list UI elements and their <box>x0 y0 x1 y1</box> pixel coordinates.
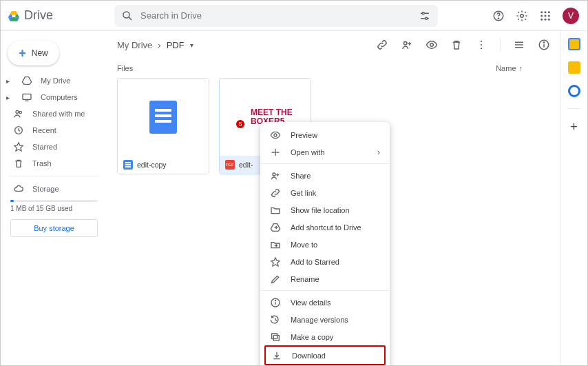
chevron-right-icon: ▸ <box>6 77 13 85</box>
new-button[interactable]: + New <box>8 41 59 65</box>
search-input[interactable] <box>140 10 412 21</box>
ctx-item-label: Manage versions <box>291 316 348 324</box>
svg-point-33 <box>481 41 482 42</box>
ctx-divider <box>260 290 390 291</box>
ctx-open-with[interactable]: Open with <box>260 143 390 161</box>
tasks-icon[interactable] <box>568 85 580 97</box>
sidebar-item-shared[interactable]: Shared with me <box>1 105 107 122</box>
moveto-icon <box>270 239 281 250</box>
eye-icon <box>270 130 281 141</box>
drive-icon <box>21 75 32 86</box>
ctx-manage-versions[interactable]: Manage versions <box>260 311 390 328</box>
preview-icon[interactable] <box>426 39 438 51</box>
ctx-view-details[interactable]: View details <box>260 294 390 311</box>
add-icon[interactable]: + <box>570 120 578 134</box>
logo-area[interactable]: Drive <box>8 8 114 23</box>
calendar-icon[interactable] <box>568 38 580 50</box>
ctx-item-label: Move to <box>291 241 317 249</box>
svg-marker-5 <box>10 11 18 14</box>
apps-icon[interactable] <box>539 10 552 22</box>
cloud-icon <box>13 183 24 194</box>
ctx-preview[interactable]: Preview <box>260 126 390 143</box>
keep-icon[interactable] <box>568 61 580 74</box>
personadd-icon <box>270 170 281 181</box>
ctx-add-to-starred[interactable]: Add to Starred <box>260 253 390 270</box>
rename-icon <box>270 274 281 285</box>
file-thumb <box>118 79 209 156</box>
search-box[interactable] <box>114 5 438 27</box>
copy-icon <box>270 332 281 343</box>
ctx-get-link[interactable]: Get link <box>260 184 390 201</box>
sidebar: + New ▸ My Drive ▸ Computers Shared with… <box>1 31 107 365</box>
files-header: Files Name ↑ <box>117 59 550 77</box>
link-icon <box>270 187 281 199</box>
people-icon <box>13 108 24 119</box>
svg-rect-50 <box>273 335 279 340</box>
openwith-icon <box>270 147 281 158</box>
svg-point-34 <box>481 44 482 45</box>
svg-point-17 <box>548 11 550 13</box>
svg-point-15 <box>540 11 543 13</box>
star-icon <box>13 141 24 152</box>
breadcrumb-root[interactable]: My Drive <box>117 40 152 50</box>
ctx-item-label: Open with <box>291 148 325 156</box>
storage-bar <box>10 200 98 202</box>
search-options-icon[interactable] <box>419 10 431 22</box>
trash-icon[interactable] <box>450 39 463 51</box>
ctx-download[interactable]: Download <box>266 347 384 364</box>
svg-marker-24 <box>22 77 31 85</box>
ctx-make-a-copy[interactable]: Make a copy <box>260 328 390 345</box>
sidebar-item-starred[interactable]: Starred <box>1 139 107 155</box>
svg-point-43 <box>275 152 276 153</box>
svg-point-28 <box>19 111 21 113</box>
ctx-share[interactable]: Share <box>260 167 390 184</box>
sidebar-item-label: Recent <box>32 126 56 134</box>
sidebar-item-recent[interactable]: Recent <box>1 122 107 139</box>
storage-text: 1 MB of 15 GB used <box>10 205 98 212</box>
svg-point-9 <box>422 12 424 14</box>
list-view-icon[interactable] <box>513 39 525 51</box>
svg-rect-25 <box>23 94 31 99</box>
share-icon[interactable] <box>401 39 413 51</box>
more-icon[interactable] <box>475 39 487 51</box>
ctx-show-file-location[interactable]: Show file location <box>260 201 390 218</box>
sidebar-item-storage[interactable]: Storage <box>1 181 107 197</box>
ctx-item-label: Preview <box>291 131 317 139</box>
ctx-item-label: Make a copy <box>291 333 333 341</box>
ctx-add-shortcut-to-drive[interactable]: Add shortcut to Drive <box>260 218 390 236</box>
sidebar-item-trash[interactable]: Trash <box>1 155 107 172</box>
link-icon[interactable] <box>376 39 388 51</box>
ctx-move-to[interactable]: Move to <box>260 236 390 253</box>
buy-storage-button[interactable]: Buy storage <box>10 219 98 237</box>
svg-point-13 <box>498 18 498 19</box>
avatar[interactable]: V <box>563 8 579 24</box>
sidebar-item-computers[interactable]: ▸ Computers <box>1 89 107 105</box>
ctx-download-highlight: Download <box>264 345 386 365</box>
breadcrumb: My Drive › PDF ▾ <box>117 40 193 50</box>
trash-icon <box>13 158 24 169</box>
chevron-down-icon[interactable]: ▾ <box>190 41 193 49</box>
ctx-item-label: Rename <box>291 275 319 283</box>
svg-point-22 <box>545 18 547 20</box>
sidebar-item-label: Computers <box>41 93 78 101</box>
breadcrumb-current[interactable]: PDF <box>167 40 185 50</box>
help-icon[interactable] <box>492 10 505 22</box>
sidebar-item-label: Starred <box>32 143 57 151</box>
ctx-rename[interactable]: Rename <box>260 270 390 287</box>
svg-point-44 <box>273 173 275 176</box>
chevron-right-icon: ▸ <box>6 94 13 101</box>
svg-point-20 <box>548 14 550 17</box>
context-menu: PreviewOpen withShareGet linkShow file l… <box>260 122 390 366</box>
ctx-item-label: Share <box>291 172 311 180</box>
header-actions: V <box>492 8 579 24</box>
sort-name[interactable]: Name ↑ <box>496 64 523 72</box>
svg-point-6 <box>123 12 129 18</box>
info-icon[interactable] <box>538 39 550 51</box>
svg-point-19 <box>545 14 547 17</box>
ctx-divider <box>260 163 390 164</box>
app-name: Drive <box>24 8 53 23</box>
clock-icon <box>13 125 24 136</box>
gear-icon[interactable] <box>516 10 528 22</box>
sidebar-item-mydrive[interactable]: ▸ My Drive <box>1 72 107 89</box>
file-card[interactable]: edit-copy <box>117 78 209 174</box>
